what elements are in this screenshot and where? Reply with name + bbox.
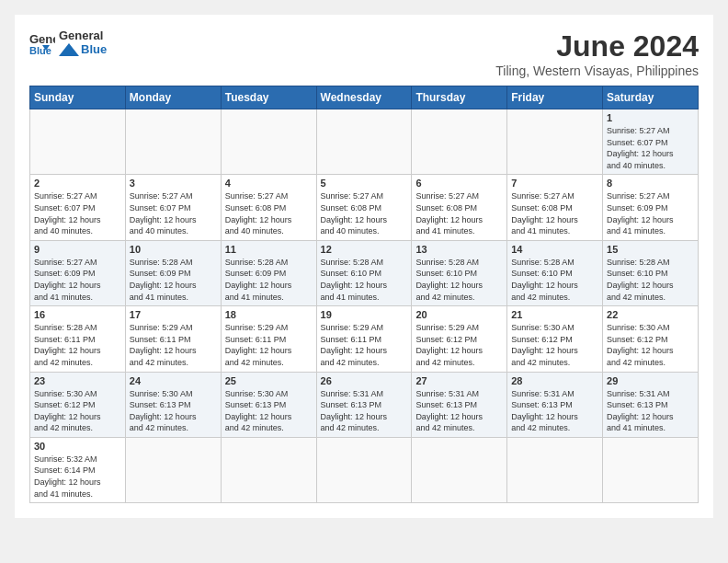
day-number: 17 [130, 309, 217, 320]
day-info: Sunrise: 5:30 AM Sunset: 6:12 PM Dayligh… [607, 322, 694, 368]
calendar-cell: 19Sunrise: 5:29 AM Sunset: 6:11 PM Dayli… [316, 306, 412, 372]
day-number: 3 [130, 178, 217, 189]
calendar-cell: 23Sunrise: 5:30 AM Sunset: 6:12 PM Dayli… [30, 372, 126, 437]
day-info: Sunrise: 5:27 AM Sunset: 6:07 PM Dayligh… [130, 190, 217, 236]
calendar-page: General Blue General Blue June 2024 Tili… [15, 15, 713, 518]
calendar-week-row-6: 30Sunrise: 5:32 AM Sunset: 6:14 PM Dayli… [30, 437, 699, 502]
day-info: Sunrise: 5:29 AM Sunset: 6:11 PM Dayligh… [321, 322, 408, 368]
calendar-week-row-1: 1Sunrise: 5:27 AM Sunset: 6:07 PM Daylig… [30, 109, 699, 175]
calendar-cell: 16Sunrise: 5:28 AM Sunset: 6:11 PM Dayli… [30, 306, 126, 372]
header: General Blue General Blue June 2024 Tili… [29, 29, 699, 78]
calendar-cell: 20Sunrise: 5:29 AM Sunset: 6:12 PM Dayli… [412, 306, 507, 372]
calendar-cell [221, 109, 316, 175]
calendar-cell: 15Sunrise: 5:28 AM Sunset: 6:10 PM Dayli… [603, 240, 699, 305]
calendar-cell: 4Sunrise: 5:27 AM Sunset: 6:08 PM Daylig… [221, 175, 316, 240]
logo-general-text: General [59, 29, 107, 42]
weekday-header-wednesday: Wednesday [316, 86, 412, 109]
calendar-cell: 7Sunrise: 5:27 AM Sunset: 6:08 PM Daylig… [507, 175, 603, 240]
calendar-cell: 2Sunrise: 5:27 AM Sunset: 6:07 PM Daylig… [30, 175, 126, 240]
day-number: 6 [415, 178, 503, 189]
calendar-week-row-2: 2Sunrise: 5:27 AM Sunset: 6:07 PM Daylig… [30, 175, 699, 240]
logo-blue-text: Blue [81, 42, 107, 56]
day-number: 15 [607, 244, 694, 255]
calendar-cell: 12Sunrise: 5:28 AM Sunset: 6:10 PM Dayli… [316, 240, 412, 305]
calendar-cell: 17Sunrise: 5:29 AM Sunset: 6:11 PM Dayli… [125, 306, 221, 372]
calendar-cell [221, 437, 316, 502]
day-info: Sunrise: 5:27 AM Sunset: 6:08 PM Dayligh… [415, 190, 503, 236]
day-info: Sunrise: 5:28 AM Sunset: 6:09 PM Dayligh… [225, 257, 313, 303]
calendar-cell: 11Sunrise: 5:28 AM Sunset: 6:09 PM Dayli… [221, 240, 316, 305]
calendar-cell: 18Sunrise: 5:29 AM Sunset: 6:11 PM Dayli… [221, 306, 316, 372]
day-number: 27 [415, 375, 503, 386]
day-number: 22 [607, 309, 694, 320]
day-info: Sunrise: 5:28 AM Sunset: 6:09 PM Dayligh… [130, 257, 217, 303]
day-info: Sunrise: 5:28 AM Sunset: 6:10 PM Dayligh… [511, 257, 598, 303]
logo-triangle-icon [59, 43, 79, 56]
day-info: Sunrise: 5:27 AM Sunset: 6:08 PM Dayligh… [321, 190, 408, 236]
day-number: 2 [34, 178, 121, 189]
calendar-cell [125, 109, 221, 175]
weekday-header-tuesday: Tuesday [221, 86, 316, 109]
calendar-cell: 26Sunrise: 5:31 AM Sunset: 6:13 PM Dayli… [316, 372, 412, 437]
day-info: Sunrise: 5:27 AM Sunset: 6:09 PM Dayligh… [34, 257, 121, 303]
calendar-cell: 5Sunrise: 5:27 AM Sunset: 6:08 PM Daylig… [316, 175, 412, 240]
day-info: Sunrise: 5:30 AM Sunset: 6:12 PM Dayligh… [511, 322, 598, 368]
calendar-cell: 8Sunrise: 5:27 AM Sunset: 6:09 PM Daylig… [603, 175, 699, 240]
day-number: 28 [511, 375, 598, 386]
day-number: 30 [34, 441, 121, 452]
calendar-cell: 14Sunrise: 5:28 AM Sunset: 6:10 PM Dayli… [507, 240, 603, 305]
calendar-cell: 9Sunrise: 5:27 AM Sunset: 6:09 PM Daylig… [30, 240, 126, 305]
day-info: Sunrise: 5:31 AM Sunset: 6:13 PM Dayligh… [607, 388, 694, 434]
day-info: Sunrise: 5:30 AM Sunset: 6:12 PM Dayligh… [34, 388, 121, 434]
title-block: June 2024 Tiling, Western Visayas, Phili… [495, 29, 699, 78]
calendar-cell: 24Sunrise: 5:30 AM Sunset: 6:13 PM Dayli… [125, 372, 221, 437]
calendar-week-row-4: 16Sunrise: 5:28 AM Sunset: 6:11 PM Dayli… [30, 306, 699, 372]
weekday-header-sunday: Sunday [30, 86, 126, 109]
svg-marker-3 [59, 43, 79, 56]
calendar-week-row-3: 9Sunrise: 5:27 AM Sunset: 6:09 PM Daylig… [30, 240, 699, 305]
calendar-subtitle: Tiling, Western Visayas, Philippines [495, 63, 699, 78]
calendar-cell: 27Sunrise: 5:31 AM Sunset: 6:13 PM Dayli… [412, 372, 507, 437]
day-number: 25 [225, 375, 313, 386]
day-number: 26 [321, 375, 408, 386]
day-info: Sunrise: 5:29 AM Sunset: 6:11 PM Dayligh… [225, 322, 313, 368]
day-number: 4 [225, 178, 313, 189]
day-info: Sunrise: 5:30 AM Sunset: 6:13 PM Dayligh… [225, 388, 313, 434]
calendar-cell: 29Sunrise: 5:31 AM Sunset: 6:13 PM Dayli… [603, 372, 699, 437]
day-number: 23 [34, 375, 121, 386]
day-info: Sunrise: 5:27 AM Sunset: 6:08 PM Dayligh… [225, 190, 313, 236]
weekday-header-friday: Friday [507, 86, 603, 109]
calendar-cell [507, 109, 603, 175]
day-info: Sunrise: 5:28 AM Sunset: 6:10 PM Dayligh… [415, 257, 503, 303]
day-number: 19 [321, 309, 408, 320]
calendar-cell [316, 437, 412, 502]
day-info: Sunrise: 5:31 AM Sunset: 6:13 PM Dayligh… [415, 388, 503, 434]
day-info: Sunrise: 5:31 AM Sunset: 6:13 PM Dayligh… [511, 388, 598, 434]
logo: General Blue General Blue [29, 29, 107, 56]
calendar-cell: 6Sunrise: 5:27 AM Sunset: 6:08 PM Daylig… [412, 175, 507, 240]
svg-text:General: General [29, 32, 55, 46]
calendar-cell: 1Sunrise: 5:27 AM Sunset: 6:07 PM Daylig… [603, 109, 699, 175]
calendar-cell: 10Sunrise: 5:28 AM Sunset: 6:09 PM Dayli… [125, 240, 221, 305]
calendar-cell: 30Sunrise: 5:32 AM Sunset: 6:14 PM Dayli… [30, 437, 126, 502]
day-info: Sunrise: 5:29 AM Sunset: 6:12 PM Dayligh… [415, 322, 503, 368]
day-info: Sunrise: 5:28 AM Sunset: 6:10 PM Dayligh… [607, 257, 694, 303]
day-number: 12 [321, 244, 408, 255]
calendar-cell [603, 437, 699, 502]
day-number: 1 [607, 112, 694, 123]
day-number: 11 [225, 244, 313, 255]
day-info: Sunrise: 5:29 AM Sunset: 6:11 PM Dayligh… [130, 322, 217, 368]
day-info: Sunrise: 5:32 AM Sunset: 6:14 PM Dayligh… [34, 454, 121, 500]
weekday-header-row: SundayMondayTuesdayWednesdayThursdayFrid… [30, 86, 699, 109]
day-number: 14 [511, 244, 598, 255]
day-number: 21 [511, 309, 598, 320]
day-info: Sunrise: 5:27 AM Sunset: 6:09 PM Dayligh… [607, 190, 694, 236]
day-number: 9 [34, 244, 121, 255]
calendar-cell: 21Sunrise: 5:30 AM Sunset: 6:12 PM Dayli… [507, 306, 603, 372]
weekday-header-saturday: Saturday [603, 86, 699, 109]
day-number: 8 [607, 178, 694, 189]
day-number: 5 [321, 178, 408, 189]
day-info: Sunrise: 5:31 AM Sunset: 6:13 PM Dayligh… [321, 388, 408, 434]
calendar-cell [412, 437, 507, 502]
calendar-cell: 3Sunrise: 5:27 AM Sunset: 6:07 PM Daylig… [125, 175, 221, 240]
